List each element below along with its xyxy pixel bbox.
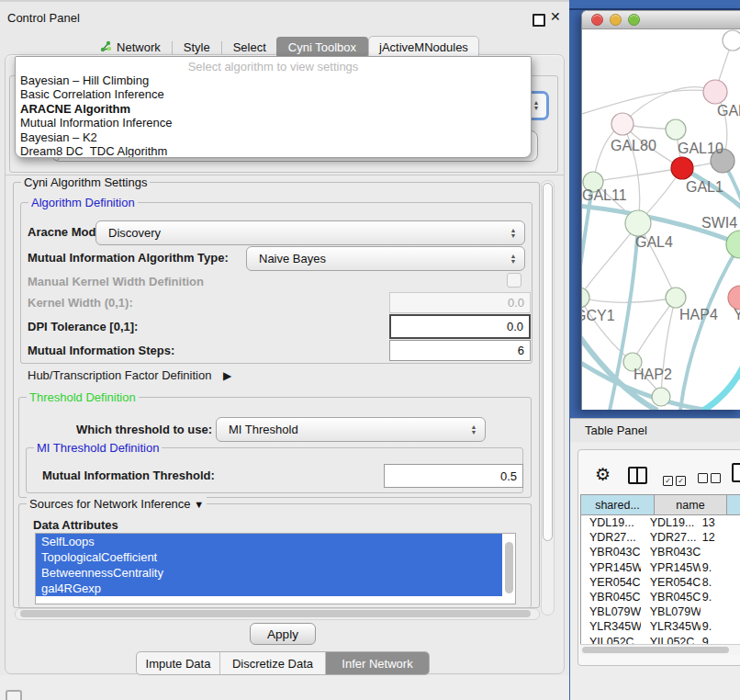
node-label-gal1: GAL1 bbox=[686, 179, 723, 195]
tab-infer-network[interactable]: Infer Network bbox=[326, 652, 429, 674]
algorithm-option[interactable]: Mutual Information Inference bbox=[16, 116, 531, 130]
table-cell: YLR345W bbox=[641, 619, 701, 634]
mi-steps-field[interactable]: 6 bbox=[389, 340, 531, 361]
node-table[interactable]: shared...nameAYDL19...YDL19...13YDR27...… bbox=[580, 494, 740, 646]
node-red[interactable] bbox=[671, 157, 693, 179]
hub-definition-disclosure[interactable]: Hub/Transcription Factor Definition ▶ bbox=[28, 368, 231, 382]
gear-icon[interactable]: ⚙ bbox=[595, 464, 611, 485]
network-window-titlebar[interactable] bbox=[582, 11, 740, 29]
tab-label: Select bbox=[233, 40, 266, 54]
network-canvas[interactable]: GALGAL80GAL10GAL1GAL11SWI4GAL4GCY1HAP4YH… bbox=[582, 29, 740, 410]
table-row[interactable]: YDR27...YDR27...12 bbox=[581, 530, 740, 545]
table-row[interactable]: YBR045CYBR045C9. bbox=[581, 590, 740, 604]
data-attribute-item[interactable]: TopologicalCoefficient bbox=[36, 549, 502, 565]
algorithm-option[interactable]: ARACNE Algorithm bbox=[16, 102, 531, 116]
table-row[interactable]: YBR043CYBR043C bbox=[581, 545, 740, 559]
data-attribute-item[interactable]: SelfLoops bbox=[36, 534, 502, 549]
node-gal80[interactable] bbox=[611, 113, 633, 135]
tab-discretize-data[interactable]: Discretize Data bbox=[220, 652, 326, 674]
manual-kernel-width-checkbox[interactable] bbox=[507, 273, 521, 288]
dpi-tolerance-field[interactable]: 0.0 bbox=[389, 314, 531, 339]
table-row[interactable]: YDL19...YDL19...13 bbox=[581, 515, 740, 530]
node[interactable] bbox=[652, 388, 670, 406]
mi-algorithm-type-combo[interactable]: Naive Bayes ▲▼ bbox=[246, 246, 525, 271]
node-gal4[interactable] bbox=[625, 210, 651, 236]
tab-cyni-toolbox[interactable]: Cyni Toolbox bbox=[276, 37, 368, 58]
tab-style[interactable]: Style bbox=[174, 37, 220, 58]
column-header-A[interactable]: A bbox=[727, 495, 740, 515]
network-edge bbox=[703, 366, 740, 410]
list-scrollbar-thumb[interactable] bbox=[505, 542, 513, 593]
apply-button[interactable]: Apply bbox=[250, 623, 316, 645]
table-cell: 9. bbox=[701, 590, 740, 604]
tab-separator bbox=[172, 41, 173, 54]
zoom-traffic-light[interactable] bbox=[628, 14, 640, 26]
settings-vertical-scrollbar[interactable] bbox=[541, 180, 555, 615]
float-window-icon[interactable] bbox=[533, 14, 545, 27]
table-cell: YBR043C bbox=[581, 545, 641, 559]
table-cell: 13 bbox=[701, 515, 740, 530]
algorithm-option[interactable]: Dream8 DC_TDC Algorithm bbox=[16, 144, 531, 158]
settings-horizontal-scrollbar-thumb[interactable] bbox=[20, 610, 531, 617]
which-threshold-label: Which threshold to use: bbox=[76, 423, 212, 436]
select-all-icon[interactable]: ✓✓ bbox=[663, 470, 689, 487]
mi-steps-label: Mutual Information Steps: bbox=[28, 344, 174, 357]
network-view-window: GALGAL80GAL10GAL1GAL11SWI4GAL4GCY1HAP4YH… bbox=[581, 10, 740, 410]
table-row[interactable]: YLR345WYLR345W9. bbox=[581, 619, 740, 634]
table-horizontal-scrollbar-thumb[interactable] bbox=[582, 647, 729, 653]
node-green[interactable] bbox=[666, 119, 686, 140]
combo-spinner-icon: ▲▼ bbox=[466, 424, 481, 435]
settings-vertical-scrollbar-thumb[interactable] bbox=[543, 183, 553, 541]
table-row[interactable]: YER054CYER054C8. bbox=[581, 575, 740, 590]
close-traffic-light[interactable] bbox=[591, 14, 603, 26]
table-horizontal-scrollbar[interactable] bbox=[580, 644, 740, 655]
node-label-gal: GAL bbox=[717, 103, 740, 119]
column-layout-icon[interactable] bbox=[628, 467, 647, 484]
mi-threshold-field[interactable]: 0.5 bbox=[384, 464, 523, 488]
settings-horizontal-scrollbar[interactable] bbox=[15, 608, 540, 620]
node-hap4[interactable] bbox=[666, 288, 686, 308]
minimize-traffic-light[interactable] bbox=[610, 14, 622, 26]
node-label-gal11: GAL11 bbox=[582, 187, 627, 203]
hub-definition-label: Hub/Transcription Factor Definition bbox=[28, 368, 211, 382]
node-gal-pink[interactable] bbox=[703, 80, 727, 104]
combo-spinner-icon: ▲▼ bbox=[506, 228, 521, 239]
data-attribute-item[interactable]: BetweennessCentrality bbox=[36, 565, 502, 581]
table-cell: YDR27... bbox=[581, 530, 641, 545]
new-file-icon[interactable] bbox=[732, 463, 740, 482]
tab-network[interactable]: Network bbox=[90, 37, 171, 59]
sources-group-title[interactable]: Sources for Network Inference ▼ bbox=[27, 497, 207, 511]
kernel-width-field[interactable]: 0.0 bbox=[389, 292, 531, 313]
collapsed-panel-icon[interactable] bbox=[6, 690, 22, 700]
data-attribute-item[interactable]: gal4RGexp bbox=[36, 581, 502, 596]
table-cell: YBR045C bbox=[641, 590, 701, 604]
cyni-settings-group-title: Cyni Algorithm Settings bbox=[21, 175, 150, 189]
column-header-shared[interactable]: shared... bbox=[581, 495, 655, 515]
table-cell: YLR345W bbox=[581, 619, 641, 634]
table-row[interactable]: YBL079WYBL079W bbox=[581, 604, 740, 619]
tab-select[interactable]: Select bbox=[223, 37, 276, 58]
aracne-mode-combo[interactable]: Discovery ▲▼ bbox=[95, 220, 525, 245]
manual-kernel-width-label: Manual Kernel Width Definition bbox=[28, 275, 204, 288]
close-icon[interactable]: ✕ bbox=[550, 9, 561, 24]
node-gcy1[interactable] bbox=[582, 288, 589, 308]
which-threshold-combo[interactable]: MI Threshold ▲▼ bbox=[216, 417, 486, 442]
data-attributes-list[interactable]: SelfLoopsTopologicalCoefficientBetweenne… bbox=[35, 533, 516, 604]
table-cell: YPR145W bbox=[641, 560, 701, 575]
cyni-bottom-tabs: Impute DataDiscretize DataInfer Network bbox=[136, 651, 430, 675]
node-swi4[interactable] bbox=[726, 231, 740, 258]
mi-threshold-definition-title: MI Threshold Definition bbox=[34, 441, 162, 455]
column-header-name[interactable]: name bbox=[655, 495, 727, 515]
tab-impute-data[interactable]: Impute Data bbox=[137, 652, 220, 674]
disclosure-down-arrow-icon: ▼ bbox=[194, 499, 204, 510]
table-row[interactable]: YPR145WYPR145W9. bbox=[581, 560, 740, 575]
deselect-all-icon[interactable] bbox=[698, 470, 723, 487]
algorithm-option[interactable]: Bayesian – K2 bbox=[16, 130, 531, 144]
tab-label: Cyni Toolbox bbox=[288, 40, 356, 54]
threshold-definition-title: Threshold Definition bbox=[27, 390, 139, 404]
mi-algorithm-type-label: Mutual Information Algorithm Type: bbox=[28, 251, 229, 265]
algorithm-option[interactable]: Basic Correlation Inference bbox=[16, 87, 531, 101]
algorithm-option[interactable]: Bayesian – Hill Climbing bbox=[16, 73, 531, 87]
node[interactable] bbox=[723, 30, 740, 51]
table-cell: YDR27... bbox=[641, 530, 701, 545]
